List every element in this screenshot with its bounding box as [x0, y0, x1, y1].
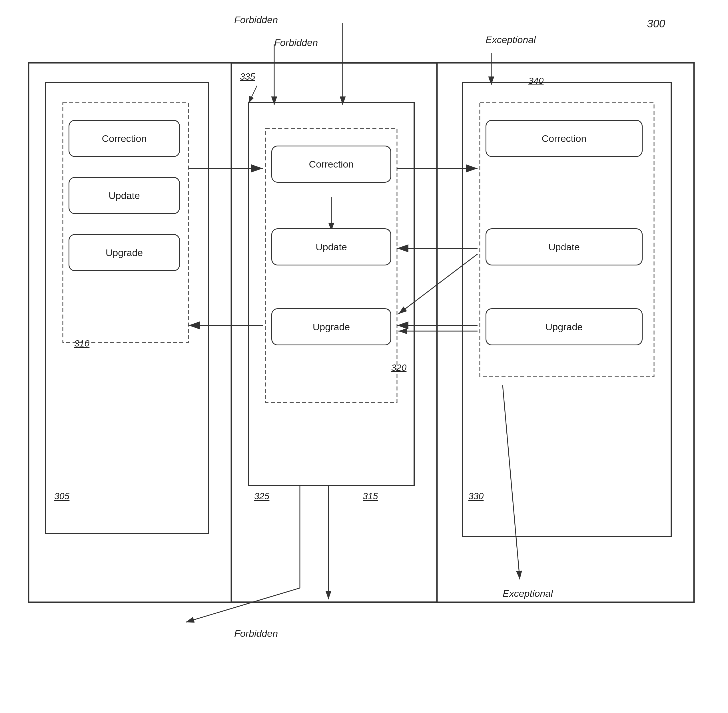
diagram: 300 Forbidden Forbidden Exceptional 335 …: [0, 0, 728, 713]
upgrade-325: Upgrade: [271, 308, 391, 345]
exceptional-top-label: Exceptional: [486, 34, 536, 45]
forbidden-top-right-label: Forbidden: [274, 37, 318, 48]
ref-340-label: 340: [528, 76, 544, 86]
correction-325: Correction: [271, 146, 391, 183]
ref-335-label: 335: [240, 72, 255, 82]
ref-325-label: 325: [254, 491, 269, 501]
svg-line-23: [398, 254, 477, 314]
update-325: Update: [271, 228, 391, 266]
update-310: Update: [69, 177, 180, 214]
update-330: Update: [486, 228, 643, 266]
forbidden-top-left-label: Forbidden: [234, 14, 278, 25]
svg-line-20: [185, 588, 300, 622]
svg-line-18: [503, 385, 520, 579]
exceptional-bottom-label: Exceptional: [503, 588, 553, 599]
correction-310: Correction: [69, 120, 180, 157]
upgrade-330: Upgrade: [486, 308, 643, 345]
ref-315-label: 315: [363, 491, 378, 501]
svg-line-25: [248, 86, 257, 103]
forbidden-bottom-label: Forbidden: [234, 628, 278, 639]
ref-320-label: 320: [391, 362, 407, 373]
arrows-svg: [0, 0, 728, 713]
upgrade-310: Upgrade: [69, 234, 180, 271]
ref-305-label: 305: [54, 491, 69, 501]
correction-330: Correction: [486, 120, 643, 157]
ref-300-label: 300: [647, 18, 665, 30]
ref-310-label: 310: [74, 338, 90, 349]
ref-330-label: 330: [468, 491, 484, 501]
